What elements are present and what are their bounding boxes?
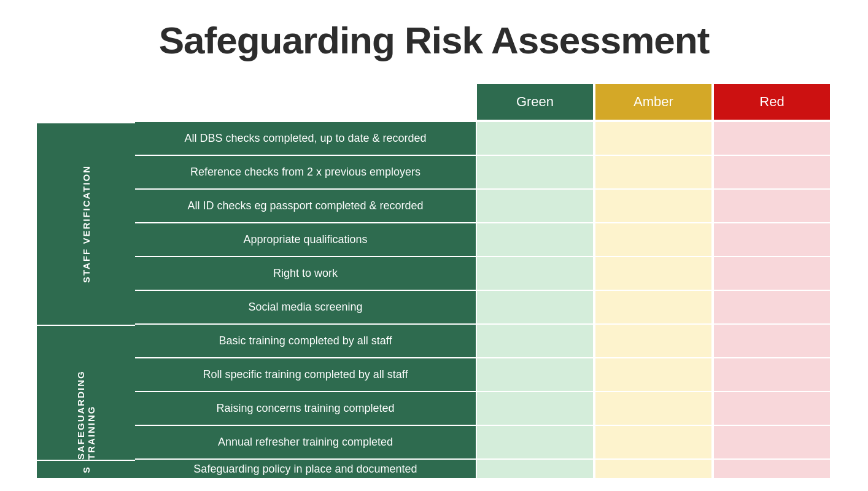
cell-reference-amber <box>595 156 711 188</box>
cell-reference-green <box>477 156 593 188</box>
cell-dbs-amber <box>595 122 711 155</box>
header-row: Green Amber Red <box>135 84 831 120</box>
row-label-roll-training: Roll specific training completed by all … <box>135 358 476 391</box>
cell-basic-amber <box>595 325 711 357</box>
row-label-social-media: Social media screening <box>135 291 476 323</box>
row-label-dbs: All DBS checks completed, up to date & r… <box>135 122 476 155</box>
cell-roll-amber <box>595 358 711 391</box>
section-label-staff-verification: STAFF VERIFICATION <box>37 122 135 325</box>
table-row: Roll specific training completed by all … <box>135 358 831 392</box>
row-label-qualifications: Appropriate qualifications <box>135 223 476 256</box>
table-row: Annual refresher training completed <box>135 426 831 460</box>
cell-policy-red <box>714 460 830 478</box>
cell-dbs-red <box>714 122 830 155</box>
table-row: Reference checks from 2 x previous emplo… <box>135 156 831 190</box>
row-label-annual-refresher: Annual refresher training completed <box>135 426 476 458</box>
cell-rtw-red <box>714 257 830 290</box>
cell-social-green <box>477 291 593 323</box>
table-row: All ID checks eg passport completed & re… <box>135 190 831 223</box>
cell-id-green <box>477 190 593 222</box>
cell-social-amber <box>595 291 711 323</box>
section-labels: STAFF VERIFICATION SAFEGUARDING TRAINING… <box>37 122 135 478</box>
cell-reference-red <box>714 156 830 188</box>
table-row: Raising concerns training completed <box>135 392 831 426</box>
row-label-safeguarding-policy: Safeguarding policy in place and documen… <box>135 460 476 478</box>
rows-container: All DBS checks completed, up to date & r… <box>135 122 831 478</box>
cell-basic-red <box>714 325 830 357</box>
row-label-reference: Reference checks from 2 x previous emplo… <box>135 156 476 188</box>
cell-raising-amber <box>595 392 711 425</box>
section-label-policies: S <box>37 460 135 478</box>
table-row: Appropriate qualifications <box>135 223 831 257</box>
cell-qual-amber <box>595 223 711 256</box>
cell-dbs-green <box>477 122 593 155</box>
cell-policy-amber <box>595 460 711 478</box>
table-row: All DBS checks completed, up to date & r… <box>135 122 831 156</box>
header-red: Red <box>714 84 830 120</box>
cell-raising-red <box>714 392 830 425</box>
cell-annual-red <box>714 426 830 458</box>
cell-qual-red <box>714 223 830 256</box>
header-spacer <box>135 84 476 120</box>
cell-basic-green <box>477 325 593 357</box>
row-label-basic-training: Basic training completed by all staff <box>135 325 476 357</box>
row-label-right-to-work: Right to work <box>135 257 476 290</box>
cell-roll-red <box>714 358 830 391</box>
cell-qual-green <box>477 223 593 256</box>
cell-annual-amber <box>595 426 711 458</box>
header-green: Green <box>477 84 593 120</box>
cell-rtw-amber <box>595 257 711 290</box>
row-label-id-checks: All ID checks eg passport completed & re… <box>135 190 476 222</box>
cell-id-amber <box>595 190 711 222</box>
section-label-safeguarding-training: SAFEGUARDING TRAINING <box>37 325 135 460</box>
table-wrapper: Green Amber Red STAFF VERIFICATION SAFEG… <box>37 84 831 478</box>
cell-roll-green <box>477 358 593 391</box>
cell-id-red <box>714 190 830 222</box>
cell-rtw-green <box>477 257 593 290</box>
cell-annual-green <box>477 426 593 458</box>
page-title: Safeguarding Risk Assessment <box>37 18 831 62</box>
cell-policy-green <box>477 460 593 478</box>
cell-raising-green <box>477 392 593 425</box>
table-row-partial: Safeguarding policy in place and documen… <box>135 460 831 478</box>
header-amber: Amber <box>595 84 711 120</box>
table-row: Basic training completed by all staff <box>135 325 831 358</box>
page-container: Safeguarding Risk Assessment Green Amber… <box>0 0 868 491</box>
table-body: STAFF VERIFICATION SAFEGUARDING TRAINING… <box>37 122 831 478</box>
table-row: Social media screening <box>135 291 831 325</box>
table-row: Right to work <box>135 257 831 291</box>
cell-social-red <box>714 291 830 323</box>
row-label-raising-concerns: Raising concerns training completed <box>135 392 476 425</box>
